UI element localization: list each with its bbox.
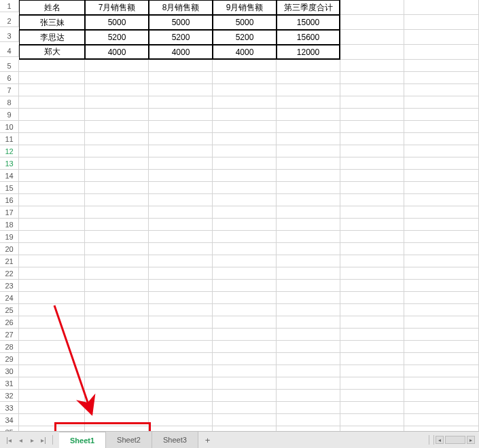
cell[interactable] <box>149 329 213 341</box>
cell[interactable] <box>213 280 277 292</box>
cell[interactable] <box>340 304 404 316</box>
cell[interactable] <box>340 170 404 182</box>
row-header[interactable]: 22 <box>0 267 19 280</box>
row-header[interactable]: 23 <box>0 280 19 292</box>
row-header[interactable]: 18 <box>0 219 19 231</box>
cell[interactable] <box>404 170 479 182</box>
cell[interactable] <box>213 316 277 329</box>
cell[interactable] <box>85 353 149 365</box>
cell[interactable] <box>149 365 213 377</box>
cell[interactable] <box>19 133 85 145</box>
cell[interactable] <box>277 72 340 84</box>
header-cell[interactable]: 8月销售额 <box>149 0 213 15</box>
cell[interactable] <box>277 304 340 316</box>
cell[interactable] <box>404 206 479 219</box>
cell[interactable] <box>340 219 404 231</box>
cell[interactable] <box>85 145 149 157</box>
sheet-tab-3[interactable]: Sheet3 <box>152 432 198 448</box>
cell[interactable] <box>340 280 404 292</box>
cell[interactable] <box>19 353 85 365</box>
cell[interactable] <box>213 292 277 304</box>
row-header[interactable]: 28 <box>0 341 19 353</box>
cell[interactable] <box>277 84 340 96</box>
row-header[interactable]: 21 <box>0 255 19 267</box>
tab-nav-next-icon[interactable]: ▸ <box>27 435 37 445</box>
cell[interactable] <box>277 231 340 243</box>
cell[interactable] <box>85 170 149 182</box>
data-cell[interactable]: 5000 <box>213 15 277 30</box>
spreadsheet-grid[interactable]: 1 姓名 7月销售额 8月销售额 9月销售额 第三季度合计 2 张三妹 5000… <box>0 0 479 431</box>
tab-nav-prev-icon[interactable]: ◂ <box>16 435 25 445</box>
cell[interactable] <box>19 426 85 431</box>
cell[interactable] <box>213 219 277 231</box>
cell[interactable] <box>85 206 149 219</box>
row-header[interactable]: 13 <box>0 157 19 170</box>
cell[interactable] <box>149 243 213 255</box>
cell[interactable] <box>340 206 404 219</box>
cell[interactable] <box>277 182 340 194</box>
cell[interactable] <box>277 145 340 157</box>
cell[interactable] <box>340 109 404 121</box>
row-header[interactable]: 15 <box>0 182 19 194</box>
cell[interactable] <box>404 377 479 390</box>
row-header[interactable]: 14 <box>0 170 19 182</box>
cell[interactable] <box>19 329 85 341</box>
cell[interactable] <box>404 316 479 329</box>
cell[interactable] <box>149 170 213 182</box>
sheet-tab-2[interactable]: Sheet2 <box>106 432 152 448</box>
data-cell[interactable]: 4000 <box>149 45 213 60</box>
data-cell[interactable]: 15600 <box>277 30 340 45</box>
cell[interactable] <box>85 390 149 402</box>
cell[interactable] <box>85 72 149 84</box>
cell[interactable] <box>149 353 213 365</box>
header-cell[interactable]: 第三季度合计 <box>277 0 340 15</box>
cell[interactable] <box>404 145 479 157</box>
data-cell[interactable]: 5200 <box>149 30 213 45</box>
cell[interactable] <box>19 341 85 353</box>
cell[interactable] <box>149 414 213 426</box>
cell[interactable] <box>213 414 277 426</box>
row-header[interactable]: 25 <box>0 304 19 316</box>
cell[interactable] <box>213 255 277 267</box>
cell[interactable] <box>404 60 479 72</box>
cell[interactable] <box>149 121 213 133</box>
cell[interactable] <box>85 267 149 280</box>
add-sheet-button[interactable]: + <box>198 432 217 448</box>
cell[interactable] <box>85 292 149 304</box>
cell[interactable] <box>340 30 404 45</box>
cell[interactable] <box>404 426 479 431</box>
cell[interactable] <box>19 96 85 109</box>
cell[interactable] <box>149 133 213 145</box>
cell[interactable] <box>277 402 340 414</box>
cell[interactable] <box>277 121 340 133</box>
cell[interactable] <box>149 145 213 157</box>
row-header[interactable]: 17 <box>0 206 19 219</box>
header-cell[interactable]: 7月销售额 <box>85 0 149 15</box>
header-cell[interactable]: 姓名 <box>19 0 85 15</box>
scroll-left-icon[interactable]: ◂ <box>436 436 444 444</box>
cell[interactable] <box>213 96 277 109</box>
cell[interactable] <box>213 145 277 157</box>
cell[interactable] <box>404 133 479 145</box>
cell[interactable] <box>340 292 404 304</box>
cell[interactable] <box>340 267 404 280</box>
cell[interactable] <box>149 109 213 121</box>
data-cell[interactable]: 15000 <box>277 15 340 30</box>
row-header[interactable]: 19 <box>0 231 19 243</box>
cell[interactable] <box>340 243 404 255</box>
cell[interactable] <box>340 15 404 30</box>
scroll-right-icon[interactable]: ▸ <box>467 436 475 444</box>
cell[interactable] <box>85 280 149 292</box>
cell[interactable] <box>149 390 213 402</box>
cell[interactable] <box>85 304 149 316</box>
cell[interactable] <box>404 365 479 377</box>
row-header[interactable]: 20 <box>0 243 19 255</box>
row-header[interactable]: 32 <box>0 390 19 402</box>
cell[interactable] <box>404 304 479 316</box>
cell[interactable] <box>85 121 149 133</box>
cell[interactable] <box>340 316 404 329</box>
cell[interactable] <box>213 329 277 341</box>
cell[interactable] <box>85 60 149 72</box>
cell[interactable] <box>213 170 277 182</box>
row-header[interactable]: 8 <box>0 96 19 109</box>
